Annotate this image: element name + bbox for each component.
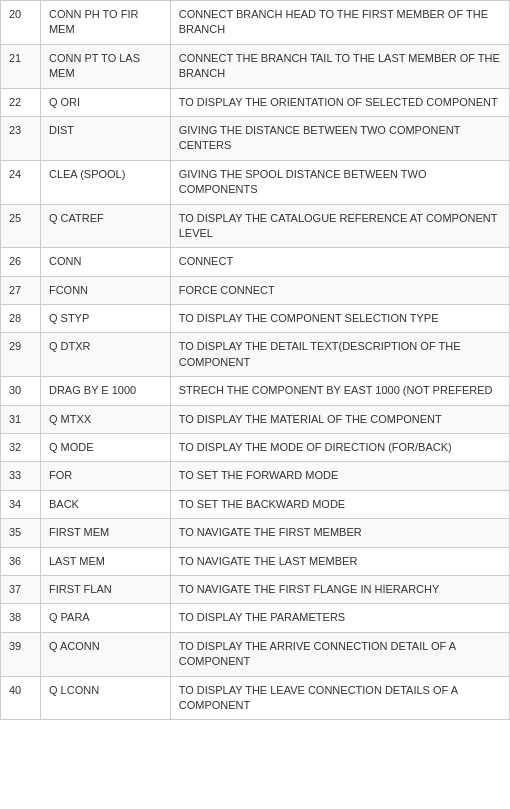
row-id: 31 bbox=[1, 405, 41, 433]
row-description: STRECH THE COMPONENT BY EAST 1000 (NOT P… bbox=[170, 377, 509, 405]
table-row: 40Q LCONNTO DISPLAY THE LEAVE CONNECTION… bbox=[1, 676, 510, 720]
row-command: Q ORI bbox=[40, 88, 170, 116]
row-command: CONN bbox=[40, 248, 170, 276]
row-description: GIVING THE SPOOL DISTANCE BETWEEN TWO CO… bbox=[170, 160, 509, 204]
row-description: TO DISPLAY THE ARRIVE CONNECTION DETAIL … bbox=[170, 632, 509, 676]
row-description: TO NAVIGATE THE FIRST MEMBER bbox=[170, 519, 509, 547]
table-row: 35FIRST MEMTO NAVIGATE THE FIRST MEMBER bbox=[1, 519, 510, 547]
row-command: Q MTXX bbox=[40, 405, 170, 433]
row-description: TO DISPLAY THE LEAVE CONNECTION DETAILS … bbox=[170, 676, 509, 720]
row-id: 26 bbox=[1, 248, 41, 276]
row-description: TO NAVIGATE THE FIRST FLANGE IN HIERARCH… bbox=[170, 575, 509, 603]
row-description: TO SET THE BACKWARD MODE bbox=[170, 490, 509, 518]
row-description: TO DISPLAY THE MODE OF DIRECTION (FOR/BA… bbox=[170, 434, 509, 462]
row-description: TO DISPLAY THE PARAMETERS bbox=[170, 604, 509, 632]
row-id: 20 bbox=[1, 1, 41, 45]
table-row: 25Q CATREFTO DISPLAY THE CATALOGUE REFER… bbox=[1, 204, 510, 248]
row-description: TO DISPLAY THE MATERIAL OF THE COMPONENT bbox=[170, 405, 509, 433]
row-command: Q CATREF bbox=[40, 204, 170, 248]
row-id: 40 bbox=[1, 676, 41, 720]
table-row: 24CLEA (SPOOL)GIVING THE SPOOL DISTANCE … bbox=[1, 160, 510, 204]
row-command: Q STYP bbox=[40, 305, 170, 333]
row-id: 25 bbox=[1, 204, 41, 248]
row-id: 21 bbox=[1, 44, 41, 88]
row-description: FORCE CONNECT bbox=[170, 276, 509, 304]
row-description: CONNECT BRANCH HEAD TO THE FIRST MEMBER … bbox=[170, 1, 509, 45]
table-row: 32Q MODETO DISPLAY THE MODE OF DIRECTION… bbox=[1, 434, 510, 462]
table-row: 27FCONNFORCE CONNECT bbox=[1, 276, 510, 304]
row-command: FIRST FLAN bbox=[40, 575, 170, 603]
row-id: 27 bbox=[1, 276, 41, 304]
table-row: 36LAST MEMTO NAVIGATE THE LAST MEMBER bbox=[1, 547, 510, 575]
row-command: Q LCONN bbox=[40, 676, 170, 720]
row-id: 22 bbox=[1, 88, 41, 116]
table-row: 21CONN PT TO LAS MEMCONNECT THE BRANCH T… bbox=[1, 44, 510, 88]
row-id: 38 bbox=[1, 604, 41, 632]
row-id: 36 bbox=[1, 547, 41, 575]
row-id: 34 bbox=[1, 490, 41, 518]
row-description: TO NAVIGATE THE LAST MEMBER bbox=[170, 547, 509, 575]
table-row: 31Q MTXXTO DISPLAY THE MATERIAL OF THE C… bbox=[1, 405, 510, 433]
row-description: TO SET THE FORWARD MODE bbox=[170, 462, 509, 490]
table-row: 26CONNCONNECT bbox=[1, 248, 510, 276]
row-command: FIRST MEM bbox=[40, 519, 170, 547]
row-command: Q DTXR bbox=[40, 333, 170, 377]
row-command: DRAG BY E 1000 bbox=[40, 377, 170, 405]
table-row: 28Q STYPTO DISPLAY THE COMPONENT SELECTI… bbox=[1, 305, 510, 333]
row-id: 33 bbox=[1, 462, 41, 490]
row-description: TO DISPLAY THE ORIENTATION OF SELECTED C… bbox=[170, 88, 509, 116]
table-row: 34BACKTO SET THE BACKWARD MODE bbox=[1, 490, 510, 518]
table-row: 20CONN PH TO FIR MEMCONNECT BRANCH HEAD … bbox=[1, 1, 510, 45]
table-row: 23DISTGIVING THE DISTANCE BETWEEN TWO CO… bbox=[1, 116, 510, 160]
row-id: 32 bbox=[1, 434, 41, 462]
table-row: 22Q ORITO DISPLAY THE ORIENTATION OF SEL… bbox=[1, 88, 510, 116]
row-command: LAST MEM bbox=[40, 547, 170, 575]
row-command: CLEA (SPOOL) bbox=[40, 160, 170, 204]
table-row: 30DRAG BY E 1000STRECH THE COMPONENT BY … bbox=[1, 377, 510, 405]
row-command: Q PARA bbox=[40, 604, 170, 632]
row-command: FCONN bbox=[40, 276, 170, 304]
row-id: 29 bbox=[1, 333, 41, 377]
row-id: 37 bbox=[1, 575, 41, 603]
row-id: 35 bbox=[1, 519, 41, 547]
row-description: CONNECT THE BRANCH TAIL TO THE LAST MEMB… bbox=[170, 44, 509, 88]
row-command: Q MODE bbox=[40, 434, 170, 462]
row-description: GIVING THE DISTANCE BETWEEN TWO COMPONEN… bbox=[170, 116, 509, 160]
row-command: DIST bbox=[40, 116, 170, 160]
row-id: 30 bbox=[1, 377, 41, 405]
commands-table: 20CONN PH TO FIR MEMCONNECT BRANCH HEAD … bbox=[0, 0, 510, 720]
row-id: 24 bbox=[1, 160, 41, 204]
row-command: BACK bbox=[40, 490, 170, 518]
row-command: CONN PH TO FIR MEM bbox=[40, 1, 170, 45]
row-description: TO DISPLAY THE DETAIL TEXT(DESCRIPTION O… bbox=[170, 333, 509, 377]
row-command: FOR bbox=[40, 462, 170, 490]
row-description: CONNECT bbox=[170, 248, 509, 276]
row-id: 28 bbox=[1, 305, 41, 333]
table-row: 39Q ACONNTO DISPLAY THE ARRIVE CONNECTIO… bbox=[1, 632, 510, 676]
table-row: 37FIRST FLANTO NAVIGATE THE FIRST FLANGE… bbox=[1, 575, 510, 603]
row-description: TO DISPLAY THE COMPONENT SELECTION TYPE bbox=[170, 305, 509, 333]
table-row: 33FORTO SET THE FORWARD MODE bbox=[1, 462, 510, 490]
row-id: 23 bbox=[1, 116, 41, 160]
table-row: 38Q PARATO DISPLAY THE PARAMETERS bbox=[1, 604, 510, 632]
row-description: TO DISPLAY THE CATALOGUE REFERENCE AT CO… bbox=[170, 204, 509, 248]
row-command: CONN PT TO LAS MEM bbox=[40, 44, 170, 88]
row-command: Q ACONN bbox=[40, 632, 170, 676]
table-row: 29Q DTXRTO DISPLAY THE DETAIL TEXT(DESCR… bbox=[1, 333, 510, 377]
row-id: 39 bbox=[1, 632, 41, 676]
